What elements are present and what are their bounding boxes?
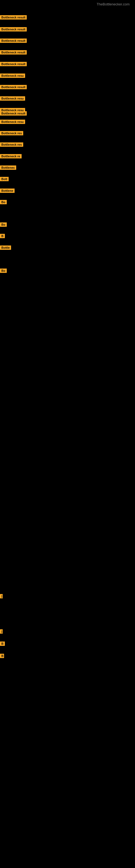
- bottleneck-badge: Bottleneck res: [0, 143, 23, 147]
- bottleneck-badge: Bottlene: [0, 188, 14, 193]
- bottleneck-badge: Bottleneck result: [0, 38, 27, 43]
- bottleneck-badge: B: [0, 234, 5, 238]
- bottleneck-badge: Bo: [0, 269, 7, 273]
- bottleneck-badge: |: [0, 594, 3, 598]
- bottleneck-badge: Bottleneck result: [0, 50, 27, 55]
- bottleneck-badge: Bottleneck result: [0, 111, 27, 116]
- bottleneck-badge: |: [0, 629, 3, 633]
- bottleneck-badge: Bottleneck resu: [0, 73, 25, 78]
- bottleneck-badge: Bottleneck result: [0, 85, 27, 89]
- bottleneck-badge: Bottleneck res: [0, 131, 23, 135]
- bottleneck-badge: Bottleneck result: [0, 15, 27, 20]
- bottleneck-badge: Bottlenec: [0, 165, 16, 170]
- bottleneck-badge: Bottleneck resu: [0, 120, 25, 124]
- bottleneck-badge: B: [0, 642, 5, 646]
- bottleneck-badge: Bottleneck result: [0, 27, 27, 31]
- site-title: TheBottlenecker.com: [97, 2, 130, 6]
- bottleneck-badge: Bottleneck result: [0, 62, 27, 66]
- bottleneck-badge: Bott: [0, 177, 9, 181]
- bottleneck-badge: Bo: [0, 222, 7, 227]
- bottleneck-badge: B: [0, 654, 4, 658]
- bottleneck-badge: Bo: [0, 200, 7, 204]
- bottleneck-badge: Bottleneck re: [0, 154, 21, 158]
- bottleneck-badge: Bottle: [0, 246, 11, 250]
- bottleneck-badge: Bottleneck resu: [0, 96, 25, 101]
